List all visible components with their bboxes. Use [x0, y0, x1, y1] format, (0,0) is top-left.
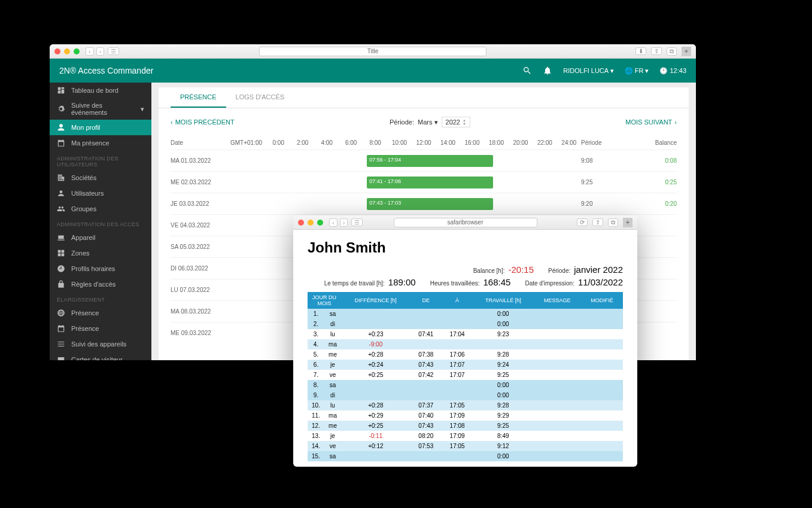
sidebar-item-ma-pr-sence[interactable]: Ma présence: [50, 135, 151, 151]
row-period: 9:08: [581, 157, 635, 164]
gantt-area: 07:41 - 17:06: [266, 177, 581, 188]
sidebar-item-label: Profils horaires: [71, 265, 115, 272]
report-row: 15.sa0:00: [308, 451, 623, 461]
report-row: 14.ve+0:1207:5317:059:12: [308, 441, 623, 451]
sidebar-toggle-icon[interactable]: ☰: [351, 218, 363, 226]
url-bar[interactable]: Title: [259, 47, 486, 56]
row-from: 07:38: [410, 349, 442, 360]
lock-icon: [57, 280, 65, 288]
th-mod: MODIFIÉ: [581, 292, 623, 309]
row-to: [442, 309, 473, 319]
row-worked: 9:12: [473, 441, 533, 451]
close-window-icon[interactable]: [298, 220, 304, 226]
print-label: Date d'impression:: [525, 280, 574, 287]
year-stepper[interactable]: ▲▼: [463, 118, 466, 126]
bell-icon[interactable]: [543, 66, 552, 75]
clock-icon: [57, 264, 65, 273]
row-num: 1.: [308, 309, 324, 319]
hour-label: 12:00: [412, 139, 436, 146]
sidebar-item-pr-sence[interactable]: Présence: [50, 305, 151, 321]
balance-value: -20:15: [508, 264, 534, 275]
row-to: 17:07: [442, 370, 473, 380]
grid-icon: [57, 249, 65, 257]
row-worked: 0:00: [473, 309, 533, 319]
row-day: je: [324, 431, 341, 441]
tab-logs[interactable]: LOGS D'ACCÈS: [226, 87, 294, 108]
row-worked: 9:29: [473, 410, 533, 421]
gantt-bar[interactable]: 07:41 - 17:06: [367, 177, 492, 188]
minimize-window-icon[interactable]: [308, 220, 314, 226]
refresh-icon[interactable]: ⟳: [577, 218, 588, 226]
row-worked: 9:28: [473, 349, 533, 360]
worked-value: 168:45: [483, 277, 511, 287]
forward-button[interactable]: ›: [96, 47, 105, 56]
row-num: 7.: [308, 370, 324, 380]
sidebar-item-tableau-de-bord[interactable]: Tableau de bord: [50, 83, 151, 98]
share-icon[interactable]: ⇪: [592, 218, 603, 226]
gear-icon: [57, 105, 65, 113]
minimize-window-icon[interactable]: [64, 48, 70, 54]
row-from: 07:43: [410, 421, 442, 431]
row-msg: [533, 410, 581, 421]
sidebar-item-appareil[interactable]: Appareil: [50, 230, 151, 245]
month-select[interactable]: Mars ▾: [418, 118, 438, 126]
year-input[interactable]: 2022▲▼: [442, 117, 470, 127]
sidebar-item-label: Règles d'accès: [71, 281, 115, 288]
language-menu[interactable]: 🌐 FR ▾: [625, 67, 649, 75]
tabs-icon[interactable]: ⧉: [667, 47, 677, 56]
traffic-lights: [54, 48, 80, 54]
back-button[interactable]: ‹: [329, 218, 337, 227]
search-icon[interactable]: [522, 66, 532, 75]
forward-button[interactable]: ›: [340, 218, 348, 227]
gantt-bar[interactable]: 07:43 - 17:03: [367, 198, 492, 210]
maximize-window-icon[interactable]: [317, 220, 323, 226]
gantt-area: 07:56 - 17:04: [266, 155, 581, 167]
report-url-bar[interactable]: safaribrowser: [394, 218, 537, 227]
sidebar-toggle-icon[interactable]: ☰: [108, 47, 119, 55]
prev-month-button[interactable]: ‹ MOIS PRÉCÉDENT: [171, 118, 235, 126]
row-to: [442, 319, 473, 329]
download-icon[interactable]: ⬇: [635, 47, 646, 55]
sidebar-item-cartes-de-visiteur[interactable]: Cartes de visiteur: [50, 352, 151, 360]
row-diff: -9:00: [341, 339, 410, 349]
row-date: LU 07.03.2022: [171, 287, 230, 293]
back-button[interactable]: ‹: [86, 47, 94, 56]
sidebar-item-utilisateurs[interactable]: Utilisateurs: [50, 185, 151, 201]
sidebar-item-suivi-des-appareils[interactable]: Suivi des appareils: [50, 336, 151, 352]
row-day: di: [324, 390, 341, 400]
sidebar-item-label: Utilisateurs: [71, 190, 104, 197]
report-row: 11.ma+0:2907:4017:099:29: [308, 410, 623, 421]
share-icon[interactable]: ⇪: [651, 47, 662, 55]
tabs-icon[interactable]: ⧉: [608, 218, 618, 227]
row-num: 5.: [308, 349, 324, 360]
row-from: 08:20: [410, 431, 442, 441]
row-period: 9:20: [581, 200, 635, 207]
sidebar-item-mon-profil[interactable]: Mon profil: [50, 120, 151, 135]
worktime-label: Le temps de travail [h]:: [324, 280, 385, 287]
next-month-button[interactable]: MOIS SUIVANT ›: [625, 118, 677, 126]
close-window-icon[interactable]: [54, 48, 60, 54]
user-menu[interactable]: RIDOLFI LUCA ▾: [563, 67, 613, 75]
th-day: JOUR DU MOIS: [308, 292, 341, 309]
tab-presence[interactable]: PRÉSENCE: [171, 87, 226, 108]
gantt-bar[interactable]: 07:56 - 17:04: [367, 155, 492, 167]
sidebar-item-pr-sence[interactable]: Présence: [50, 321, 151, 336]
sidebar-item-r-gles-d-acc-s[interactable]: Règles d'accès: [50, 276, 151, 292]
sidebar-item-profils-horaires[interactable]: Profils horaires: [50, 261, 151, 276]
row-balance: 0:08: [635, 157, 677, 164]
report-window: ‹ › ☰ safaribrowser ⟳ ⇪ ⧉ + John Smith B…: [293, 215, 637, 467]
sidebar-item-zones[interactable]: Zones: [50, 245, 151, 261]
maximize-window-icon[interactable]: [74, 48, 80, 54]
app-title: 2N® Access Commander: [59, 66, 153, 75]
card-icon: [57, 355, 65, 360]
row-num: 12.: [308, 421, 324, 431]
sidebar-item-soci-t-s[interactable]: Sociétés: [50, 170, 151, 185]
sidebar-item-suivre-des-v-nements[interactable]: Suivre des événements▾: [50, 98, 151, 120]
row-date: ME 09.03.2022: [171, 330, 230, 336]
month-nav: ‹ MOIS PRÉCÉDENT Période: Mars ▾ 2022▲▼ …: [171, 117, 677, 127]
sidebar-item-groupes[interactable]: Groupes: [50, 201, 151, 217]
new-tab-button[interactable]: +: [623, 218, 632, 227]
row-num: 3.: [308, 329, 324, 339]
new-tab-button[interactable]: +: [682, 47, 691, 56]
row-diff: +0:12: [341, 441, 410, 451]
